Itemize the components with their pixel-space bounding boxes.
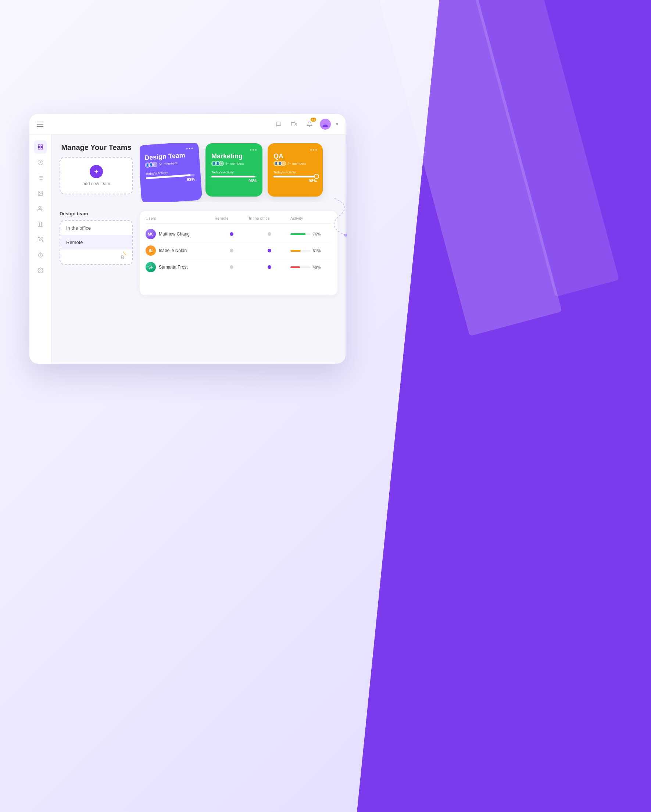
user-dropdown-arrow[interactable]: ▾ [336,122,338,127]
sidebar-item-edit[interactable] [34,233,47,246]
team-card-marketing[interactable]: Marketing 👤 👤 + 8+ members Today's Activ… [205,143,263,197]
sidebar-item-time[interactable] [34,156,47,169]
svg-rect-1 [292,122,295,126]
svg-rect-4 [41,145,43,147]
th-remote: Remote [214,216,249,220]
avatar-isabelle: IN [145,246,156,256]
table-row: IN Isabelle Nolan [145,243,332,259]
cursor-icon [118,251,127,260]
marketing-progress-label: 96% [211,179,257,183]
design-team-filter-panel: Design team In the office Remote [60,211,133,295]
svg-rect-3 [38,145,40,147]
svg-marker-0 [295,123,297,125]
svg-line-21 [125,255,126,255]
filter-box: In the office Remote [60,220,133,265]
plus-symbol: + [94,168,98,176]
main-content: Manage Your Teams + add new team [52,134,345,364]
user-cell-matthew: MC Matthew Chang [145,229,214,239]
decorative-swirl [331,195,356,239]
sidebar-item-media[interactable] [34,187,47,200]
qa-progress-fill [274,176,316,177]
svg-rect-5 [38,147,40,149]
sidebar-item-list[interactable] [34,171,47,185]
marketing-progress-fill [211,176,255,177]
activity-pct-samanta: 49% [313,265,321,269]
svg-marker-23 [122,255,124,259]
table-row: SF Samanta Frost [145,259,332,275]
add-team-area: Manage Your Teams + add new team [60,143,133,194]
manage-title: Manage Your Teams [60,143,133,152]
svg-line-20 [124,253,125,253]
card-dots-qa [274,149,317,151]
sidebar-item-team[interactable] [34,202,47,215]
svg-point-2 [324,121,326,124]
activity-pct-isabelle: 51% [313,248,321,253]
marketing-team-members: 👤 👤 + 8+ members [211,161,257,166]
user-cell-isabelle: IN Isabelle Nolan [145,246,214,256]
avatar-samanta: SF [145,262,156,272]
hamburger-menu[interactable] [37,122,43,127]
th-activity: Activity [290,216,332,220]
user-name-samanta: Samanta Frost [159,264,188,270]
sidebar-item-work[interactable] [34,218,47,231]
cursor-area [60,249,132,264]
activity-matthew: 76% [290,232,332,236]
user-name-matthew: Matthew Chang [159,232,189,237]
top-bar-right: 71 ▾ [274,119,338,130]
design-team-panel-title: Design team [60,211,133,217]
teams-top-section: Manage Your Teams + add new team [60,143,338,202]
card-dots-marketing [211,149,257,151]
add-team-button[interactable]: + add new team [60,157,133,194]
bell-icon[interactable]: 71 [304,119,315,129]
user-name-isabelle: Isabelle Nolan [159,248,187,253]
sidebar-item-timer[interactable] [34,248,47,262]
svg-point-15 [39,192,40,193]
team-cards-container: Design Team 👤 👤 + 5+ members Today's Act… [140,143,338,202]
main-app-card: 71 ▾ [29,114,345,364]
table-header: Users Remote In the office Activity [145,216,332,224]
avatar-matthew: MC [145,229,156,239]
chat-icon[interactable] [274,119,284,129]
activity-isabelle: 51% [290,248,332,253]
sidebar [29,134,52,364]
th-office: In the office [249,216,290,220]
marketing-progress-bar [211,176,257,177]
card-body: Manage Your Teams + add new team [29,134,345,364]
top-bar: 71 ▾ [29,114,345,134]
users-table: Users Remote In the office Activity MC M… [140,211,338,295]
activity-samanta: 49% [290,265,332,269]
office-status-matthew [249,232,290,236]
office-status-samanta [249,265,290,269]
sidebar-item-dashboard[interactable] [34,140,47,154]
qa-team-name: QA [274,153,317,160]
office-status-isabelle [249,249,290,252]
qa-progress-bar [274,176,317,177]
svg-point-24 [344,234,347,237]
team-card-design[interactable]: Design Team 👤 👤 + 5+ members Today's Act… [140,143,202,202]
user-cell-samanta: SF Samanta Frost [145,262,214,272]
svg-rect-6 [41,147,43,149]
filter-in-office[interactable]: In the office [60,221,132,235]
remote-status-samanta [214,265,249,269]
notification-badge: 71 [310,118,316,122]
user-avatar[interactable] [320,119,331,130]
qa-progress-label: 98% [274,179,317,183]
remote-status-isabelle [214,249,249,252]
svg-point-19 [40,270,41,271]
sidebar-item-settings[interactable] [34,264,47,277]
add-icon: + [90,165,103,178]
add-team-label: add new team [83,181,110,186]
qa-progress-circle [314,174,319,179]
qa-team-members: 👤 👤 + 4+ members [274,161,317,166]
bottom-section: Design team In the office Remote [60,211,338,295]
svg-rect-17 [38,223,43,226]
marketing-team-name: Marketing [211,153,257,160]
video-icon[interactable] [289,119,299,129]
table-row: MC Matthew Chang [145,226,332,243]
filter-remote[interactable]: Remote [60,235,132,249]
team-card-qa[interactable]: QA 👤 👤 + 4+ members Today's Activity [267,143,323,197]
activity-pct-matthew: 76% [313,232,321,236]
svg-point-16 [38,206,40,208]
remote-status-matthew [214,232,249,236]
th-users: Users [145,216,214,220]
